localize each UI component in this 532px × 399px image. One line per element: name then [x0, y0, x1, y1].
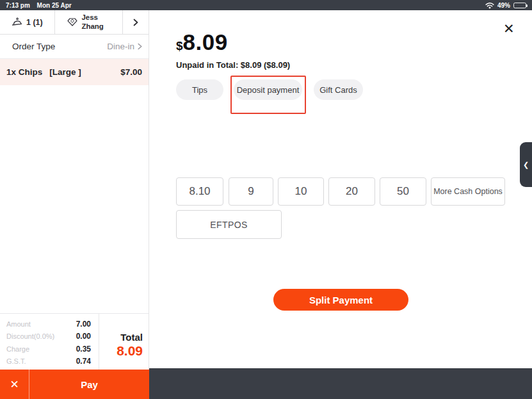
payment-panel: ✕ $8.09 Unpaid in Total: $8.09 ($8.09) T…: [150, 10, 532, 368]
summary-total: Total 8.09: [99, 314, 149, 370]
item-qty-name: 1x Chips: [6, 67, 42, 77]
total-value: 8.09: [117, 343, 143, 359]
item-variant: [Large ]: [49, 67, 81, 77]
close-icon: ✕: [10, 378, 19, 391]
tab-table-count[interactable]: 1 (1): [0, 10, 55, 34]
cash-option-10[interactable]: 10: [278, 177, 324, 206]
cash-option-50[interactable]: 50: [380, 177, 426, 206]
more-cash-options-button[interactable]: More Cash Options: [431, 177, 505, 206]
summary-breakdown: Amount 7.00 Discount(0.0%) 0.00 Charge 0…: [0, 314, 99, 370]
eftpos-button[interactable]: EFTPOS: [176, 210, 282, 239]
currency-symbol: $: [176, 39, 183, 53]
pos-payment-screen: 7:13 pm Mon 25 Apr 49%: [0, 0, 532, 399]
gift-cards-pill[interactable]: Gift Cards: [314, 79, 363, 100]
chevron-right-icon: [131, 17, 140, 28]
tab-expand-button[interactable]: [123, 10, 149, 34]
order-item-row[interactable]: 1x Chips [Large ] $7.00: [0, 59, 149, 85]
table-count-label: 1 (1): [26, 18, 43, 27]
order-sidebar: 1 (1) Jess Zhang Order Type Dine-in: [0, 10, 149, 370]
drawer-handle[interactable]: ❮: [520, 142, 532, 187]
chevron-left-icon: ❮: [523, 161, 529, 169]
cash-option-20[interactable]: 20: [328, 177, 375, 206]
cloche-icon: [12, 17, 22, 27]
summary-row-charge: Charge 0.35: [6, 343, 91, 355]
tips-pill[interactable]: Tips: [176, 79, 223, 100]
amount-value: 8.09: [183, 29, 228, 54]
wifi-icon: [485, 2, 494, 9]
tab-customer[interactable]: Jess Zhang: [55, 10, 124, 34]
amount-due: $8.09: [176, 29, 228, 55]
status-indicators: 49%: [485, 2, 526, 9]
cash-option-9[interactable]: 9: [229, 177, 273, 206]
order-summary: Amount 7.00 Discount(0.0%) 0.00 Charge 0…: [0, 313, 149, 370]
gem-icon: [67, 18, 77, 26]
pay-bar: ✕ Pay: [0, 370, 149, 399]
status-date: Mon 25 Apr: [37, 2, 72, 9]
order-type-value: Dine-in: [107, 42, 143, 51]
status-time: 7:13 pm: [6, 2, 30, 9]
summary-row-gst: G.S.T. 0.74: [6, 355, 91, 368]
sidebar-tabs: 1 (1) Jess Zhang: [0, 10, 149, 35]
customer-name-label: Jess Zhang: [81, 13, 109, 30]
status-time-date: 7:13 pm Mon 25 Apr: [6, 2, 77, 9]
summary-row-amount: Amount 7.00: [6, 318, 91, 330]
bottom-bar: [149, 368, 532, 399]
battery-icon: [513, 3, 526, 8]
close-payment-icon[interactable]: ✕: [503, 22, 515, 35]
unpaid-total-line: Unpaid in Total: $8.09 ($8.09): [176, 60, 290, 70]
pay-button[interactable]: Pay: [29, 370, 149, 399]
total-label: Total: [120, 332, 143, 343]
item-price: $7.00: [120, 67, 142, 77]
status-bar: 7:13 pm Mon 25 Apr 49%: [0, 0, 532, 10]
deposit-payment-pill[interactable]: Deposit payment: [234, 79, 302, 100]
split-payment-button[interactable]: Split Payment: [273, 289, 408, 311]
chevron-right-icon: [136, 42, 143, 51]
battery-percent: 49%: [497, 2, 510, 9]
order-type-row[interactable]: Order Type Dine-in: [0, 35, 149, 59]
cash-option-8-10[interactable]: 8.10: [176, 177, 223, 206]
summary-row-discount: Discount(0.0%) 0.00: [6, 330, 91, 343]
battery-nub: [526, 4, 528, 7]
cancel-order-button[interactable]: ✕: [0, 370, 29, 399]
order-type-label: Order Type: [12, 42, 55, 51]
